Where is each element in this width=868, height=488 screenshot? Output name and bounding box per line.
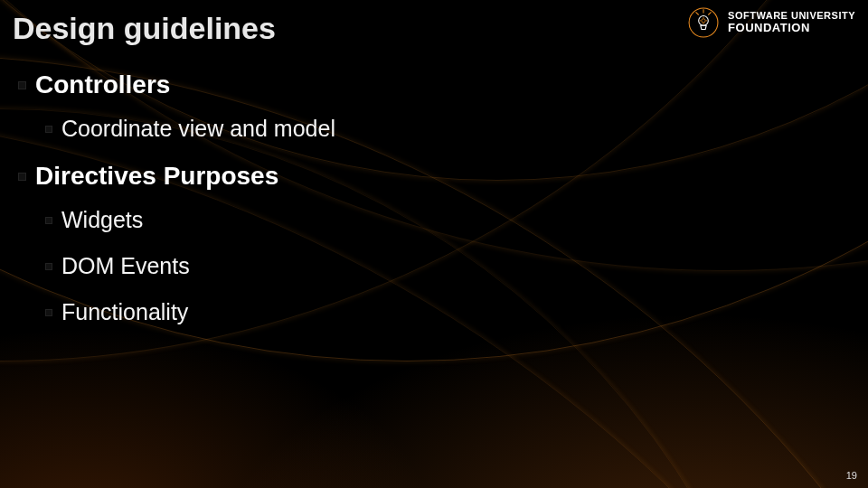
square-bullet-icon (18, 81, 26, 89)
bullet-level2: DOM Events (45, 253, 832, 279)
bullet-level1: Controllers (18, 70, 832, 99)
square-bullet-icon (45, 126, 52, 133)
bullet-text: Directives Purposes (35, 162, 278, 191)
bullet-text: Widgets (61, 207, 143, 233)
bullet-level2: Functionality (45, 299, 832, 325)
bullet-text: Controllers (35, 70, 170, 99)
square-bullet-icon (45, 263, 52, 270)
slide-title: Design guidelines (13, 11, 276, 46)
page-number: 19 (846, 470, 857, 481)
brand-line-2: FOUNDATION (728, 22, 855, 34)
slide-content: Controllers Coordinate view and model Di… (18, 70, 832, 345)
brand-logo: SOFTWARE UNIVERSITY FOUNDATION (688, 7, 855, 38)
lightbulb-gear-icon (688, 7, 719, 38)
bullet-level1: Directives Purposes (18, 162, 832, 191)
brand-logo-text: SOFTWARE UNIVERSITY FOUNDATION (728, 11, 855, 33)
bullet-text: DOM Events (61, 253, 190, 279)
bullet-level2: Widgets (45, 207, 832, 233)
square-bullet-icon (45, 217, 52, 224)
square-bullet-icon (45, 309, 52, 316)
bullet-level2: Coordinate view and model (45, 116, 832, 142)
svg-point-2 (702, 19, 705, 23)
bullet-text: Functionality (61, 299, 188, 325)
square-bullet-icon (18, 173, 26, 181)
bullet-text: Coordinate view and model (61, 116, 335, 142)
